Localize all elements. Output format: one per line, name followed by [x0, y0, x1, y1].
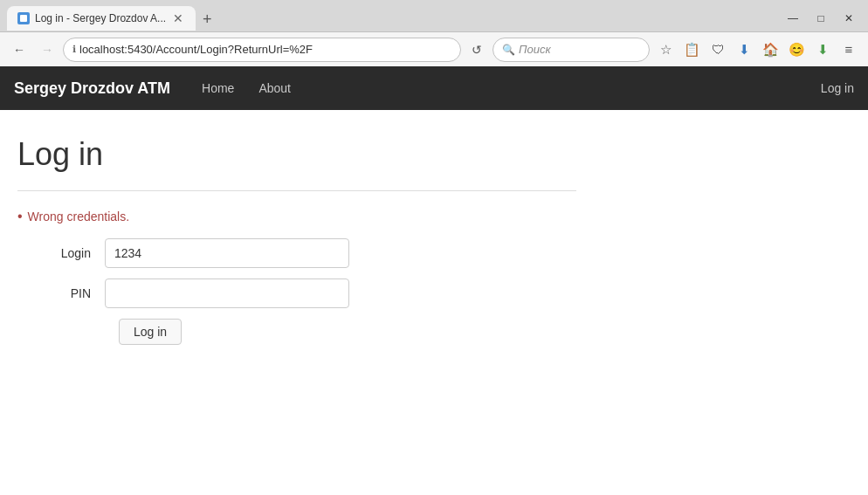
- forward-button[interactable]: →: [35, 38, 59, 62]
- error-bullet: •: [17, 209, 23, 224]
- download-icon[interactable]: ⬇: [732, 38, 756, 62]
- error-list: • Wrong credentials.: [17, 209, 851, 224]
- maximize-button[interactable]: □: [809, 6, 833, 31]
- back-button[interactable]: ←: [7, 38, 31, 62]
- app-navbar: Sergey Drozdov ATM Home About Log in: [0, 66, 868, 110]
- search-placeholder: Поиск: [519, 43, 551, 56]
- error-item: • Wrong credentials.: [17, 209, 851, 224]
- tab-favicon: [17, 12, 30, 24]
- new-tab-button[interactable]: +: [196, 10, 219, 29]
- reload-button[interactable]: ↺: [465, 38, 489, 62]
- nav-link-about[interactable]: About: [248, 76, 301, 100]
- address-bar[interactable]: ℹ localhost:5430/Account/Login?ReturnUrl…: [63, 38, 461, 62]
- green-download-icon[interactable]: ⬇: [810, 38, 835, 62]
- shield-icon[interactable]: 🛡: [706, 38, 730, 62]
- tab-close-button[interactable]: ✕: [171, 11, 185, 25]
- app-brand[interactable]: Sergey Drozdov ATM: [14, 79, 170, 98]
- minimize-button[interactable]: —: [781, 6, 805, 31]
- login-title: Log in: [17, 136, 851, 173]
- login-input[interactable]: [105, 238, 349, 268]
- error-message: Wrong credentials.: [28, 210, 129, 223]
- emoji-icon[interactable]: 😊: [784, 38, 809, 62]
- login-button-wrapper: Log in: [119, 319, 851, 345]
- pin-field-group: PIN: [17, 278, 851, 308]
- clipboard-icon[interactable]: 📋: [679, 38, 704, 62]
- login-page: Log in • Wrong credentials. Login PIN Lo…: [0, 110, 868, 371]
- search-bar[interactable]: 🔍 Поиск: [493, 38, 650, 62]
- home-icon[interactable]: 🏠: [758, 38, 782, 62]
- close-button[interactable]: ✕: [837, 6, 861, 31]
- tab-title: Log in - Sergey Drozdov A...: [35, 12, 166, 24]
- info-icon: ℹ: [72, 44, 76, 55]
- login-field-group: Login: [17, 238, 851, 268]
- browser-tab[interactable]: Log in - Sergey Drozdov A... ✕: [7, 6, 196, 31]
- menu-icon[interactable]: ≡: [837, 38, 861, 62]
- app-nav-links: Home About: [191, 76, 821, 100]
- nav-login-link[interactable]: Log in: [821, 81, 854, 95]
- pin-input[interactable]: [105, 278, 349, 308]
- address-text: localhost:5430/Account/Login?ReturnUrl=%…: [79, 43, 451, 56]
- login-button[interactable]: Log in: [119, 319, 182, 345]
- search-icon: 🔍: [502, 44, 515, 56]
- login-label: Login: [17, 246, 105, 260]
- divider: [17, 190, 576, 191]
- nav-link-home[interactable]: Home: [191, 76, 245, 100]
- bookmark-icon[interactable]: ☆: [653, 38, 678, 62]
- pin-label: PIN: [17, 286, 105, 300]
